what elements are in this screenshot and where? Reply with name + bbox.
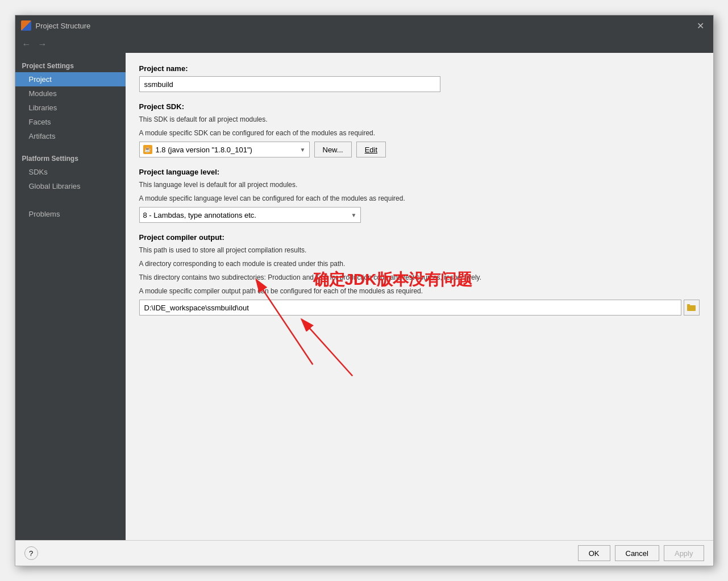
sdk-select-inner: ☕ 1.8 (java version "1.8.0_101") xyxy=(143,145,252,154)
compiler-desc1: This path is used to store all project c… xyxy=(139,245,700,255)
close-button[interactable]: ✕ xyxy=(694,19,708,32)
language-dropdown-arrow: ▼ xyxy=(351,212,357,218)
sidebar-item-libraries[interactable]: Libraries xyxy=(15,101,126,115)
sidebar: Project Settings Project Modules Librari… xyxy=(15,53,126,540)
language-dropdown[interactable]: 8 - Lambdas, type annotations etc. ▼ xyxy=(139,207,361,223)
java-icon: ☕ xyxy=(143,145,152,154)
cancel-button[interactable]: Cancel xyxy=(615,545,659,561)
ok-label: OK xyxy=(589,549,600,558)
sidebar-item-global-libraries[interactable]: Global Libraries xyxy=(15,179,126,193)
svg-rect-2 xyxy=(687,304,690,306)
intellij-icon xyxy=(21,20,31,31)
sdk-desc2: A module specific SDK can be configured … xyxy=(139,128,700,138)
nav-bar: ← → xyxy=(15,36,713,53)
cancel-label: Cancel xyxy=(626,549,648,558)
apply-button[interactable]: Apply xyxy=(664,545,704,561)
sdk-label: Project SDK: xyxy=(139,102,700,111)
svg-line-6 xyxy=(301,319,352,376)
project-name-section: Project name: xyxy=(139,64,700,92)
help-button[interactable]: ? xyxy=(24,546,38,560)
sidebar-item-facets[interactable]: Facets xyxy=(15,115,126,129)
sdk-dropdown-arrow: ▼ xyxy=(300,147,306,153)
sidebar-item-project[interactable]: Project xyxy=(15,72,126,86)
compiler-output-input[interactable] xyxy=(139,300,681,316)
help-label: ? xyxy=(29,549,33,558)
title-bar-left: Project Structure xyxy=(21,20,91,31)
compiler-label: Project compiler output: xyxy=(139,233,700,242)
project-settings-heading: Project Settings xyxy=(15,57,126,72)
project-name-label: Project name: xyxy=(139,64,700,73)
compiler-output-row xyxy=(139,300,700,316)
sdk-section: Project SDK: This SDK is default for all… xyxy=(139,102,700,157)
project-name-input[interactable] xyxy=(139,76,440,92)
compiler-section: Project compiler output: This path is us… xyxy=(139,233,700,316)
language-value: 8 - Lambdas, type annotations etc. xyxy=(143,211,256,219)
main-panel: Project name: Project SDK: This SDK is d… xyxy=(126,53,713,540)
ok-button[interactable]: OK xyxy=(578,545,610,561)
sdk-edit-label: Edit xyxy=(365,146,377,154)
sdk-edit-button[interactable]: Edit xyxy=(356,142,386,157)
language-desc2: A module specific language level can be … xyxy=(139,193,700,204)
compiler-desc4: A module specific compiler output path c… xyxy=(139,286,700,296)
sidebar-item-artifacts[interactable]: Artifacts xyxy=(15,129,126,143)
compiler-desc2: A directory corresponding to each module… xyxy=(139,259,700,269)
project-structure-dialog: Project Structure ✕ ← → Project Settings… xyxy=(15,15,714,566)
folder-browse-button[interactable] xyxy=(684,300,700,316)
footer: ? OK Cancel Apply xyxy=(15,540,713,566)
folder-icon xyxy=(687,304,696,312)
sidebar-item-sdks[interactable]: SDKs xyxy=(15,165,126,179)
sidebar-item-modules[interactable]: Modules xyxy=(15,86,126,101)
sdk-desc1: This SDK is default for all project modu… xyxy=(139,114,700,125)
sdk-row: ☕ 1.8 (java version "1.8.0_101") ▼ New..… xyxy=(139,142,700,157)
language-desc1: This language level is default for all p… xyxy=(139,180,700,190)
sdk-value: 1.8 (java version "1.8.0_101") xyxy=(156,146,252,154)
platform-settings-heading: Platform Settings xyxy=(15,150,126,165)
sdk-new-button[interactable]: New... xyxy=(314,142,352,157)
sdk-dropdown[interactable]: ☕ 1.8 (java version "1.8.0_101") ▼ xyxy=(139,142,310,157)
sdk-new-label: New... xyxy=(323,146,343,154)
content-area: Project Settings Project Modules Librari… xyxy=(15,53,713,540)
language-label: Project language level: xyxy=(139,168,700,176)
forward-button[interactable]: → xyxy=(36,38,49,51)
language-section: Project language level: This language le… xyxy=(139,168,700,223)
dialog-title: Project Structure xyxy=(36,22,91,30)
back-button[interactable]: ← xyxy=(20,38,34,51)
apply-label: Apply xyxy=(675,549,693,558)
footer-buttons: OK Cancel Apply xyxy=(578,545,704,561)
sidebar-item-problems[interactable]: Problems xyxy=(15,207,126,221)
title-bar: Project Structure ✕ xyxy=(15,15,713,36)
compiler-desc3: This directory contains two subdirectori… xyxy=(139,272,700,283)
